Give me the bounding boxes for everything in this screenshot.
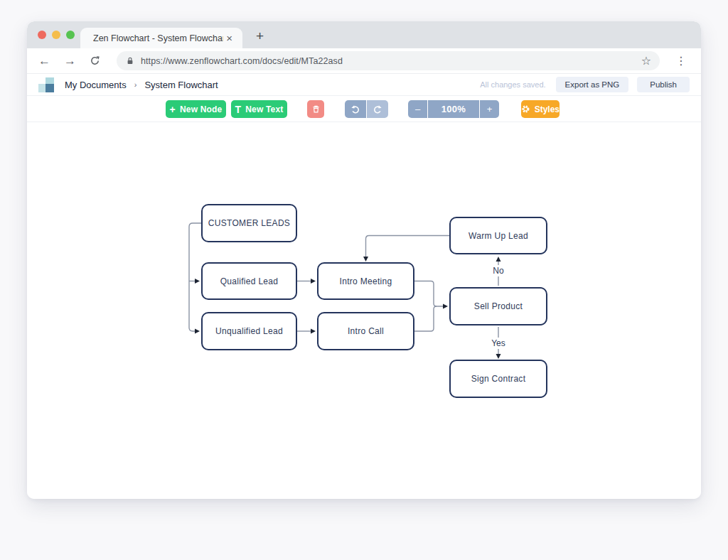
browser-navbar: ← → https://www.zenflowchart.com/docs/ed… bbox=[27, 48, 701, 74]
url-text: https://www.zenflowchart.com/docs/edit/M… bbox=[141, 56, 640, 66]
node-label: Intro Meeting bbox=[340, 276, 392, 286]
save-status-text: All changes saved. bbox=[480, 80, 545, 89]
node-warm-up-lead[interactable]: Warm Up Lead bbox=[449, 217, 547, 254]
node-label: Qualified Lead bbox=[220, 276, 279, 286]
breadcrumb-my-documents[interactable]: My Documents bbox=[65, 80, 127, 90]
edge-label-no: No bbox=[490, 265, 506, 276]
tab-title: Zen Flowchart - System Flowchart bbox=[93, 33, 223, 43]
node-intro-meeting[interactable]: Intro Meeting bbox=[317, 262, 414, 300]
reload-icon[interactable] bbox=[90, 55, 100, 66]
zoom-level-display: 100% bbox=[428, 100, 479, 118]
node-unqualified-lead[interactable]: Unqualified Lead bbox=[201, 312, 297, 350]
node-qualified-lead[interactable]: Qualified Lead bbox=[201, 262, 297, 300]
redo-button[interactable] bbox=[367, 100, 388, 118]
export-png-button[interactable]: Export as PNG bbox=[556, 77, 629, 92]
zoom-control-group: – 100% + bbox=[408, 100, 499, 118]
node-sell-product[interactable]: Sell Product bbox=[449, 287, 547, 325]
new-text-label: New Text bbox=[245, 104, 283, 114]
forward-icon[interactable]: → bbox=[64, 55, 76, 67]
zen-flowchart-logo bbox=[38, 77, 55, 92]
trash-icon bbox=[311, 104, 321, 114]
zoom-in-button[interactable]: + bbox=[480, 100, 499, 118]
url-omnibox[interactable]: https://www.zenflowchart.com/docs/edit/M… bbox=[117, 51, 660, 70]
browser-menu-icon[interactable]: ⋮ bbox=[673, 54, 690, 68]
tab-strip: Zen Flowchart - System Flowchart × + bbox=[27, 21, 701, 48]
close-window-button[interactable] bbox=[38, 31, 46, 39]
node-customer-leads[interactable]: CUSTOMER LEADS bbox=[201, 204, 297, 242]
plus-icon: + bbox=[170, 104, 176, 115]
new-node-label: New Node bbox=[180, 104, 223, 114]
edge-warmup-intromeeting bbox=[366, 236, 450, 257]
lock-icon bbox=[126, 56, 134, 65]
undo-redo-group bbox=[345, 100, 388, 118]
minimize-window-button[interactable] bbox=[52, 31, 60, 39]
redo-icon bbox=[373, 104, 382, 114]
text-tool-icon: T bbox=[235, 104, 241, 115]
flowchart-canvas[interactable]: CUSTOMER LEADS Qualified Lead Unqualifie… bbox=[27, 122, 701, 499]
styles-label: Styles bbox=[535, 104, 560, 114]
zoom-out-button[interactable]: – bbox=[408, 100, 427, 118]
delete-button[interactable] bbox=[307, 100, 324, 118]
node-label: Unqualified Lead bbox=[215, 326, 283, 336]
new-text-button[interactable]: T New Text bbox=[231, 100, 287, 118]
breadcrumb-document-title[interactable]: System Flowchart bbox=[144, 80, 218, 90]
node-intro-call[interactable]: Intro Call bbox=[317, 312, 414, 350]
undo-icon bbox=[350, 104, 360, 114]
edge-introcall-merge bbox=[414, 306, 437, 331]
maximize-window-button[interactable] bbox=[66, 31, 75, 39]
app-header: My Documents › System Flowchart All chan… bbox=[27, 74, 701, 96]
edge-label-yes: Yes bbox=[488, 338, 508, 349]
browser-tab[interactable]: Zen Flowchart - System Flowchart × bbox=[80, 28, 242, 48]
back-icon[interactable]: ← bbox=[38, 55, 50, 67]
browser-window: Zen Flowchart - System Flowchart × + ← →… bbox=[27, 21, 701, 499]
edge-intromeeting-sellproduct bbox=[414, 281, 443, 307]
tab-close-icon[interactable]: × bbox=[223, 31, 235, 45]
node-label: Sign Contract bbox=[471, 374, 526, 384]
flowchart-edges bbox=[27, 122, 701, 499]
node-sign-contract[interactable]: Sign Contract bbox=[449, 360, 547, 398]
traffic-lights bbox=[38, 31, 75, 39]
gear-icon bbox=[521, 104, 530, 114]
undo-button[interactable] bbox=[345, 100, 366, 118]
node-label: Sell Product bbox=[474, 301, 523, 311]
new-node-button[interactable]: + New Node bbox=[166, 100, 226, 118]
edge-customerleads-branch bbox=[189, 223, 201, 331]
editor-toolbar: + New Node T New Text – 100% + Styles bbox=[27, 96, 701, 122]
node-label: Intro Call bbox=[348, 326, 384, 336]
publish-button[interactable]: Publish bbox=[637, 77, 690, 92]
styles-button[interactable]: Styles bbox=[521, 100, 560, 118]
bookmark-star-icon[interactable]: ☆ bbox=[640, 54, 653, 68]
node-label: Warm Up Lead bbox=[469, 231, 528, 241]
breadcrumb-separator: › bbox=[134, 80, 137, 89]
new-tab-button[interactable]: + bbox=[252, 27, 268, 45]
node-label: CUSTOMER LEADS bbox=[208, 218, 290, 228]
